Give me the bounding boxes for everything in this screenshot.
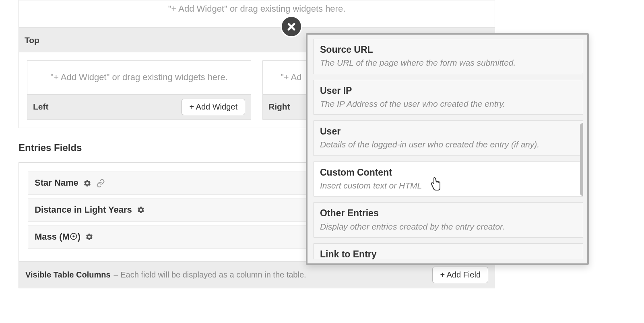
scrollbar-thumb[interactable] [580,123,583,196]
drop-hint-top[interactable]: "+ Add Widget" or drag existing widgets … [19,0,495,27]
zone-label-left: Left [33,101,49,112]
field-picker-option-desc: The IP Address of the user who created t… [320,98,576,110]
field-label: Star Name [35,177,78,189]
field-picker-option-desc: The URL of the page where the form was s… [320,57,576,68]
field-picker-option-desc: Display other entries created by the ent… [320,221,576,232]
field-picker-option-title: User [320,125,576,138]
visible-table-columns-footer: Visible Table Columns – Each field will … [19,261,495,288]
field-picker-option-title: Other Entries [320,207,576,219]
field-picker-option[interactable]: User IPThe IP Address of the user who cr… [313,80,583,115]
zone-label-top: Top [25,34,39,46]
add-widget-button-left[interactable]: + Add Widget [182,99,245,115]
field-label: Distance in Light Years [35,204,132,216]
field-picker-option[interactable]: UserDetails of the logged-in user who cr… [313,120,583,156]
field-picker-option-desc: Insert custom text or HTML [320,180,576,191]
drop-hint-left[interactable]: "+ Add Widget" or drag existing widgets … [27,61,251,94]
close-icon[interactable] [282,17,301,36]
field-picker-option-title: Source URL [320,43,576,56]
field-picker-option-title: Custom Content [320,166,576,179]
field-picker-option[interactable]: Custom ContentInsert custom text or HTML [313,162,583,197]
field-picker-option-title: Link to Entry [320,248,576,259]
field-picker-option-title: User IP [320,84,576,97]
field-picker-option[interactable]: Link to EntryA dedicated link to the sin… [313,243,583,259]
gear-icon[interactable] [83,179,91,187]
footer-title: Visible Table Columns [25,269,111,280]
zone-container-left: "+ Add Widget" or drag existing widgets … [27,60,251,120]
gear-icon[interactable] [85,233,93,241]
field-picker-option-desc: Details of the logged-in user who create… [320,139,576,150]
footer-subtitle: – Each field will be displayed as a colu… [114,269,306,280]
gear-icon[interactable] [137,206,145,214]
field-label: Mass (M☉) [35,231,80,243]
field-picker-dropdown: Source URLThe URL of the page where the … [306,33,589,265]
add-field-button[interactable]: + Add Field [432,267,488,283]
field-picker-option[interactable]: Source URLThe URL of the page where the … [313,39,583,74]
zone-label-right: Right [268,101,290,112]
zone-header-left: Left + Add Widget [27,94,251,119]
link-icon[interactable] [96,179,105,188]
field-picker-option[interactable]: Other EntriesDisplay other entries creat… [313,202,583,238]
